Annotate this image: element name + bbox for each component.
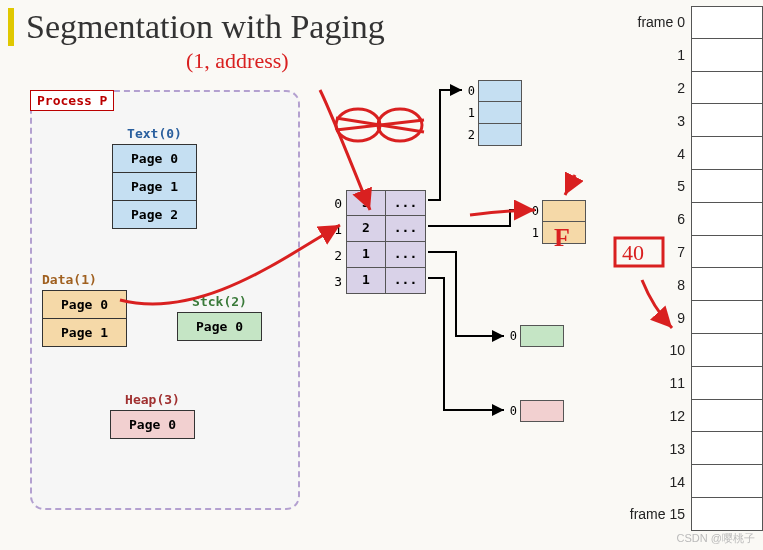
segment-stack-title: Stck(2): [177, 294, 262, 309]
data-page: Page 0: [42, 290, 127, 319]
pt-cell: [520, 400, 564, 422]
svg-point-0: [336, 109, 380, 141]
frame-label: 2: [615, 80, 691, 96]
frame-cell: [691, 400, 763, 433]
pt-idx: 0: [506, 400, 520, 422]
segment-text: Text(0) Page 0 Page 1 Page 2: [112, 126, 197, 229]
stack-page: Page 0: [177, 312, 262, 341]
page-title: Segmentation with Paging: [26, 8, 385, 46]
segtable-idx: 0: [330, 190, 346, 216]
pt-idx: 2: [464, 124, 478, 146]
segtable-base: ...: [386, 242, 426, 268]
frame-label: frame 0: [615, 14, 691, 30]
frame-cell: [691, 72, 763, 105]
frame-cell: [691, 301, 763, 334]
segtable-idx: 1: [330, 216, 346, 242]
annotation-address-tuple: (1, address): [186, 48, 289, 74]
segment-data-title: Data(1): [42, 272, 127, 287]
frame-label: frame 15: [615, 506, 691, 522]
page-table-stack: 0: [506, 325, 564, 347]
frame-label: 1: [615, 47, 691, 63]
frame-label: 6: [615, 211, 691, 227]
svg-line-3: [336, 120, 424, 130]
page-table-heap: 0: [506, 400, 564, 422]
frame-cell: [691, 432, 763, 465]
frame-label: 4: [615, 146, 691, 162]
frame-label: 8: [615, 277, 691, 293]
segment-data: Data(1) Page 0 Page 1: [42, 272, 127, 347]
segment-table: 03... 12... 21... 31...: [330, 190, 426, 294]
segment-text-title: Text(0): [112, 126, 197, 141]
frame-cell: [691, 137, 763, 170]
pt-cell: [542, 222, 586, 244]
frame-label: 7: [615, 244, 691, 260]
pt-cell: [542, 200, 586, 222]
title-accent: [8, 8, 14, 46]
frame-label: 11: [615, 375, 691, 391]
frame-list: frame 0 1 2 3 4 5 6 7 8 9 10 11 12 13 14…: [615, 6, 763, 531]
segment-stack: Stck(2) Page 0: [177, 294, 262, 341]
segtable-base: ...: [386, 216, 426, 242]
process-box: Process P Text(0) Page 0 Page 1 Page 2 D…: [30, 90, 300, 510]
frame-cell: [691, 367, 763, 400]
frame-label: 12: [615, 408, 691, 424]
pt-cell: [478, 80, 522, 102]
frame-cell: [691, 203, 763, 236]
pt-cell: [478, 124, 522, 146]
frame-cell: [691, 268, 763, 301]
segment-heap-title: Heap(3): [110, 392, 195, 407]
watermark: CSDN @嘤桃子: [677, 531, 755, 546]
frame-cell: [691, 465, 763, 498]
frame-label: 5: [615, 178, 691, 194]
frame-label: 9: [615, 310, 691, 326]
pt-idx: 0: [528, 200, 542, 222]
frame-label: 3: [615, 113, 691, 129]
segtable-idx: 2: [330, 242, 346, 268]
frame-cell: [691, 236, 763, 269]
segtable-len: 2: [346, 216, 386, 242]
pt-idx: 0: [464, 80, 478, 102]
text-page: Page 0: [112, 144, 197, 173]
page-table-data: 0 1: [528, 200, 586, 244]
frame-label: 10: [615, 342, 691, 358]
data-page: Page 1: [42, 319, 127, 347]
frame-cell: [691, 104, 763, 137]
segtable-len: 1: [346, 242, 386, 268]
frame-label: 14: [615, 474, 691, 490]
process-label: Process P: [30, 90, 114, 111]
pt-cell: [520, 325, 564, 347]
segment-heap: Heap(3) Page 0: [110, 392, 195, 439]
pt-idx: 1: [464, 102, 478, 124]
heap-page: Page 0: [110, 410, 195, 439]
segtable-base: ...: [386, 190, 426, 216]
segtable-len: 3: [346, 190, 386, 216]
frame-cell: [691, 334, 763, 367]
pt-cell: [478, 102, 522, 124]
segtable-len: 1: [346, 268, 386, 294]
page-table-text: 0 1 2: [464, 80, 522, 146]
frame-cell: [691, 170, 763, 203]
svg-point-1: [378, 109, 422, 141]
frame-cell: [691, 39, 763, 72]
segtable-base: ...: [386, 268, 426, 294]
segtable-idx: 3: [330, 268, 346, 294]
frame-cell: [691, 498, 763, 531]
svg-line-2: [336, 118, 424, 132]
pt-idx: 0: [506, 325, 520, 347]
frame-label: 13: [615, 441, 691, 457]
pt-idx: 1: [528, 222, 542, 244]
text-page: Page 2: [112, 201, 197, 229]
text-page: Page 1: [112, 173, 197, 201]
frame-cell: [691, 6, 763, 39]
